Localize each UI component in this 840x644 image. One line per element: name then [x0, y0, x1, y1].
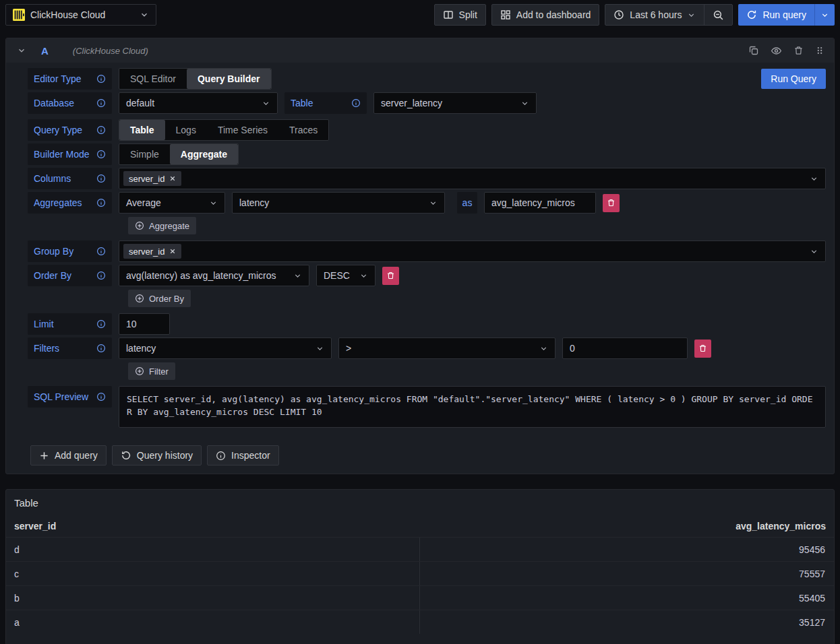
run-query-editor-button[interactable]: Run Query: [761, 69, 826, 89]
remove-tag-icon[interactable]: [169, 248, 176, 255]
query-ref-id: A: [41, 45, 49, 57]
table-select[interactable]: server_latency: [373, 92, 537, 114]
table-results-panel: Table server_id avg_latency_micros d 954…: [5, 489, 835, 644]
eye-icon: [771, 45, 782, 57]
table-header-row: server_id avg_latency_micros: [6, 515, 834, 537]
chevron-down-icon: [810, 174, 818, 183]
add-query-button[interactable]: Add query: [30, 445, 107, 465]
run-query-dropdown-button[interactable]: [814, 4, 835, 26]
chevron-down-icon: [520, 99, 529, 108]
run-query-button[interactable]: Run query: [738, 4, 814, 26]
query-type-option-traces[interactable]: Traces: [278, 120, 328, 140]
split-button[interactable]: Split: [434, 4, 486, 26]
table-row[interactable]: a 35127: [6, 610, 834, 634]
query-type-option-time-series[interactable]: Time Series: [207, 120, 278, 140]
info-icon[interactable]: [96, 247, 106, 256]
info-icon[interactable]: [96, 74, 106, 84]
limit-input[interactable]: [119, 313, 170, 335]
query-row-header[interactable]: A (ClickHouse Cloud): [6, 38, 834, 63]
remove-aggregate-button[interactable]: [603, 194, 620, 212]
sync-icon: [746, 9, 757, 20]
aggregate-alias-input[interactable]: [484, 192, 596, 214]
add-to-dashboard-button[interactable]: Add to dashboard: [491, 4, 600, 26]
filter-column-select[interactable]: latency: [119, 337, 332, 359]
info-icon[interactable]: [96, 98, 106, 108]
chevron-down-icon: [810, 247, 818, 256]
order-by-field-select[interactable]: avg(latency) as avg_latency_micros: [119, 265, 309, 286]
info-icon[interactable]: [96, 319, 106, 329]
editor-type-label: Editor Type: [28, 68, 112, 90]
query-history-button[interactable]: Query history: [112, 445, 202, 465]
database-select[interactable]: default: [119, 92, 278, 114]
drag-handle[interactable]: [815, 45, 824, 56]
add-filter-button[interactable]: Filter: [128, 362, 175, 380]
info-icon[interactable]: [351, 98, 361, 108]
panel-title: Table: [6, 490, 834, 515]
hide-query-button[interactable]: [771, 45, 782, 57]
chevron-down-icon: [429, 199, 438, 207]
query-type-option-logs[interactable]: Logs: [165, 120, 207, 140]
columns-multiselect[interactable]: server_id: [119, 168, 826, 189]
aggregate-column-select[interactable]: latency: [232, 192, 445, 214]
query-type-option-table[interactable]: Table: [119, 120, 165, 140]
info-icon[interactable]: [96, 198, 106, 207]
copy-icon: [748, 45, 759, 56]
column-header-server-id[interactable]: server_id: [14, 521, 419, 532]
trash-icon: [793, 45, 804, 56]
group-by-multiselect[interactable]: server_id: [119, 240, 826, 262]
remove-order-by-button[interactable]: [382, 267, 399, 285]
collapse-chevron-icon[interactable]: [17, 46, 26, 55]
info-icon[interactable]: [96, 125, 106, 135]
table-row[interactable]: c 75557: [6, 561, 834, 585]
chevron-down-icon: [140, 10, 149, 20]
filters-row: Filters latency >: [28, 337, 826, 359]
remove-tag-icon[interactable]: [169, 175, 176, 182]
builder-mode-option-simple[interactable]: Simple: [119, 144, 170, 164]
explore-page: ClickHouse Cloud Split Add to dashboard …: [0, 0, 840, 644]
duplicate-query-button[interactable]: [748, 45, 759, 56]
order-by-row: Order By avg(latency) as avg_latency_mic…: [28, 265, 826, 286]
order-direction-select[interactable]: DESC: [316, 265, 376, 286]
aggregate-function-select[interactable]: Average: [119, 192, 225, 214]
dashboard-grid-icon: [500, 9, 511, 20]
toolbar-actions: Split Add to dashboard Last 6 hours: [434, 4, 835, 26]
info-icon[interactable]: [96, 344, 106, 353]
limit-label: Limit: [28, 313, 112, 335]
filter-operator-select[interactable]: >: [338, 337, 556, 359]
editor-type-row: Editor Type SQL Editor Query Builder Run…: [28, 68, 826, 90]
info-icon[interactable]: [96, 174, 106, 183]
history-icon: [121, 450, 131, 461]
query-editor-panel: A (ClickHouse Cloud) Editor Type SQL Edi…: [5, 38, 835, 474]
table-row[interactable]: d 95456: [6, 537, 834, 561]
remove-filter-button[interactable]: [694, 340, 711, 358]
chevron-down-icon: [539, 344, 548, 353]
time-controls: Last 6 hours: [605, 4, 733, 26]
table-row[interactable]: b 55405: [6, 585, 834, 610]
info-circle-icon: [216, 451, 226, 461]
trash-icon: [607, 198, 616, 207]
time-range-label: Last 6 hours: [630, 9, 682, 20]
zoom-out-button[interactable]: [704, 5, 732, 25]
add-order-by-button[interactable]: Order By: [128, 290, 191, 307]
group-by-tag: server_id: [123, 244, 181, 259]
time-range-picker[interactable]: Last 6 hours: [605, 5, 704, 25]
info-icon[interactable]: [96, 392, 106, 401]
add-aggregate-button[interactable]: Aggregate: [128, 217, 196, 234]
inspector-button[interactable]: Inspector: [207, 445, 279, 465]
info-icon[interactable]: [96, 150, 106, 159]
column-tag: server_id: [123, 171, 181, 186]
datasource-hint: (ClickHouse Cloud): [73, 46, 148, 56]
add-aggregate-row: Aggregate: [128, 217, 826, 234]
editor-type-option-query-builder[interactable]: Query Builder: [187, 69, 271, 89]
group-by-label: Group By: [28, 240, 112, 262]
builder-mode-option-aggregate[interactable]: Aggregate: [170, 144, 238, 164]
add-order-by-row: Order By: [128, 290, 826, 307]
datasource-picker[interactable]: ClickHouse Cloud: [5, 4, 156, 26]
column-header-avg-latency-micros[interactable]: avg_latency_micros: [419, 521, 826, 532]
remove-query-button[interactable]: [793, 45, 804, 56]
columns-label: Columns: [28, 168, 112, 189]
info-icon[interactable]: [96, 271, 106, 280]
clickhouse-logo-icon: [13, 9, 25, 21]
filter-value-input[interactable]: [562, 337, 688, 359]
editor-type-option-sql-editor[interactable]: SQL Editor: [119, 69, 187, 89]
